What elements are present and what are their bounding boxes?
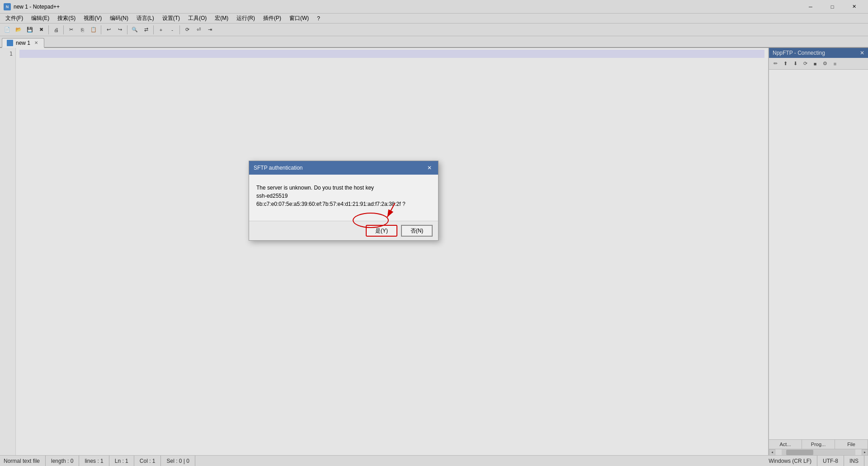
dialog-body: The server is unknown. Do you trust the … — [249, 175, 438, 221]
dialog-title: SFTP authentication — [254, 165, 303, 171]
dialog-close-button[interactable]: ✕ — [425, 164, 434, 172]
dialog-message-line1: The server is unknown. Do you trust the … — [256, 185, 374, 191]
dialog-message: The server is unknown. Do you trust the … — [256, 184, 431, 208]
sftp-auth-dialog: SFTP authentication ✕ The server is unkn… — [249, 161, 439, 241]
dialog-buttons: 是(Y) 否(N) — [249, 221, 438, 240]
dialog-yes-button[interactable]: 是(Y) — [366, 225, 397, 237]
dialog-overlay: SFTP authentication ✕ The server is unkn… — [0, 0, 868, 466]
dialog-titlebar: SFTP authentication ✕ — [249, 161, 438, 175]
dialog-message-line2: ssh-ed25519 6b:c7:e0:07:5e:a5:39:60:ef:7… — [256, 193, 406, 207]
dialog-no-button[interactable]: 否(N) — [401, 225, 433, 237]
